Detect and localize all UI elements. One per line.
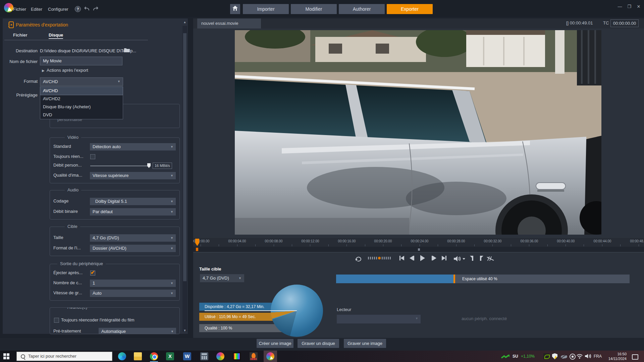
panel-scrollbar[interactable]: ▲ ▼ [182,26,187,331]
meet-now-icon[interactable] [570,354,576,360]
image-format-select[interactable]: Dossier (AVCHD)▼ [90,245,176,252]
tab-modifier[interactable]: Modifier [291,4,337,14]
loop-icon[interactable] [355,256,363,262]
tab-disque[interactable]: Disque [49,33,63,39]
stock-ticker[interactable]: SU [513,354,518,359]
close-icon[interactable]: ✕ [636,4,641,9]
time-label: 00:00:20.00 [374,239,392,243]
standard-select[interactable]: Détection auto▼ [90,143,176,150]
burn-disc-button[interactable]: Graver un disque [298,339,339,348]
help-icon[interactable]: ? [75,6,81,12]
drive-select-disabled[interactable]: ▼ [337,315,421,323]
media-app-icon[interactable] [233,352,241,360]
pinnacle-studio-active-icon[interactable] [266,352,274,360]
nero-burning-icon[interactable] [250,352,258,360]
app-logo-icon [4,3,13,12]
volume-icon[interactable] [454,256,465,262]
onedrive-paused-icon[interactable] [560,354,568,359]
split-clip-icon[interactable] [487,256,494,262]
timeline-ruler[interactable]: 00:00:00.00 00:00:04.00 00:00:08.00 00:0… [193,238,644,247]
target-size-select[interactable]: 4,7 Go (DVD) ▼ [200,274,244,282]
minimize-icon[interactable]: — [617,4,623,9]
skip-start-button[interactable] [399,256,404,262]
preview-header: nouvel essai.movie [] 00:00:49.01 TC 00:… [193,18,644,28]
copies-value: 1 [93,281,95,286]
pinnacle-studio-icon[interactable] [216,352,224,360]
eject-checkbox[interactable] [90,270,95,276]
speaker-icon[interactable] [585,354,592,359]
copies-select[interactable]: 1▼ [90,280,176,287]
movie-title-tab[interactable]: nouvel essai.movie [197,18,261,28]
actions-after-export[interactable]: Actions après l'export [47,68,88,73]
chevron-down-icon: ▼ [170,172,173,179]
notification-center-icon[interactable] [632,354,638,360]
clock[interactable]: 16:50 14/11/2024 [603,352,627,361]
bitrate-slider[interactable] [90,166,148,166]
keyboard-language[interactable]: FRA [594,354,602,359]
preprocess-select[interactable]: Automatique▼ [99,328,176,334]
audio-bitrate-select[interactable]: Par défaut▼ [90,208,176,216]
burn-image-button[interactable]: Graver une image [344,339,386,348]
scrollbar-thumb[interactable] [183,33,186,281]
defender-shield-icon[interactable] [552,353,557,359]
home-button[interactable] [230,4,240,14]
scroll-down-icon[interactable]: ▼ [182,329,187,332]
size-select[interactable]: 4,7 Go (DVD)▼ [90,234,176,242]
format-select[interactable]: AVCHD ▼ [40,77,123,86]
edge-icon[interactable] [118,352,126,360]
pie-pointer-line [205,310,297,311]
menu-fichier[interactable]: Fichier [13,7,26,12]
reencode-checkbox[interactable] [90,154,95,159]
mark-out-icon[interactable] [480,256,481,261]
burn-speed-select[interactable]: Auto▼ [90,290,176,297]
redo-icon[interactable] [92,6,99,11]
file-explorer-icon[interactable] [134,352,142,360]
scroll-up-icon[interactable]: ▲ [182,20,187,24]
folder-icon[interactable] [124,48,130,52]
stock-change[interactable]: +1,10% [521,354,535,359]
excel-icon[interactable]: X [166,352,174,360]
step-back-button[interactable] [410,256,414,262]
scrub-bar[interactable] [193,247,644,252]
menu-configurer[interactable]: Configurer [48,7,68,12]
create-image-button[interactable]: Créer une image [257,339,293,348]
timecode-field[interactable]: 00:00:00.00 [610,19,639,27]
scrub-position-marker[interactable] [196,248,198,251]
format-option-bluray[interactable]: Disque Blu-ray (Acheter) [40,103,123,111]
start-button[interactable] [3,353,9,359]
usage-fill [336,275,453,283]
chrome-icon[interactable] [150,352,158,360]
preview-panel: nouvel essai.movie [] 00:00:49.01 TC 00:… [193,18,644,338]
play-button[interactable] [420,255,425,262]
shuttle-control[interactable] [368,257,391,259]
tab-exporter[interactable]: Exporter [387,4,433,14]
expander-arrow-icon[interactable]: ▶ [42,69,45,72]
skip-end-button[interactable] [442,256,446,262]
taskbar-search[interactable]: Taper ici pour rechercher [16,352,112,361]
format-option-avchd2[interactable]: AVCHD2 [40,95,123,103]
reencode-all-checkbox[interactable] [54,318,59,323]
format-option-avchd[interactable]: AVCHD [40,87,123,95]
mark-in-icon[interactable] [472,256,473,261]
menu-editer[interactable]: Editer [31,7,42,12]
playhead-marker[interactable] [195,239,199,246]
tabs-divider [4,40,148,40]
tab-authorer[interactable]: Authorer [339,4,385,14]
format-option-dvd[interactable]: DVD [40,111,123,119]
wifi-icon[interactable] [576,354,583,359]
calculator-icon[interactable] [200,352,208,360]
filename-input[interactable]: My Movie [40,57,122,65]
word-icon[interactable]: W [183,352,191,360]
tab-importer[interactable]: Importer [243,4,289,14]
restore-icon[interactable]: ❐ [627,4,632,9]
tab-fichier[interactable]: Fichier [13,33,28,38]
undo-icon[interactable] [84,6,91,11]
step-forward-button[interactable] [432,256,436,262]
stock-trend-icon[interactable] [501,355,510,359]
footer-bar: Créer une image Graver un disque Graver … [0,338,644,351]
bitrate-slider-thumb[interactable] [147,163,151,168]
encoding-select[interactable]: Dolby Digital 5.1▼ [90,198,176,205]
quality-select[interactable]: Vitesse supérieure▼ [90,172,176,179]
nvidia-icon[interactable] [543,353,549,359]
duration-display: [] 00:00:49.01 [566,20,593,25]
